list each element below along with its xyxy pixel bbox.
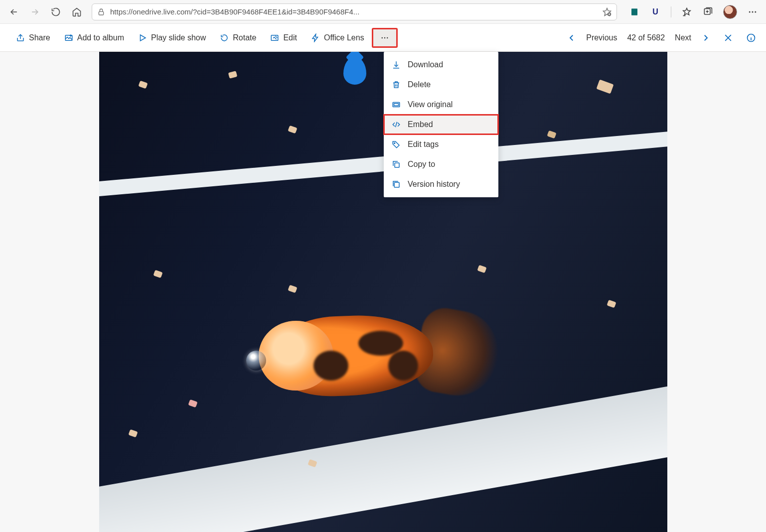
photo-counter: 42 of 5682 — [627, 33, 665, 42]
menu-view-original[interactable]: View original — [384, 95, 498, 115]
menu-download-label: Download — [408, 60, 443, 69]
svg-point-7 — [752, 11, 754, 12]
play-icon — [138, 33, 147, 42]
more-actions-menu: Download Delete View original Embed Edit… — [384, 52, 498, 197]
menu-view-original-label: View original — [408, 100, 453, 109]
onedrive-toolbar: Share Add to album Play slide show Rotat… — [0, 24, 766, 52]
menu-version-history[interactable]: Version history — [384, 174, 498, 194]
svg-rect-20 — [394, 182, 399, 187]
reader-icon[interactable] — [629, 6, 640, 17]
water-drop-icon — [343, 57, 366, 85]
play-slideshow-button[interactable]: Play slide show — [132, 30, 212, 45]
embed-icon — [392, 120, 401, 129]
menu-copy-to-label: Copy to — [408, 160, 435, 169]
menu-version-history-label: Version history — [408, 180, 460, 189]
edit-button[interactable]: Edit — [264, 30, 303, 45]
more-actions-button[interactable] — [372, 28, 397, 47]
tag-icon — [392, 140, 401, 149]
svg-point-8 — [755, 11, 756, 12]
svg-marker-10 — [140, 35, 146, 41]
collections-icon[interactable] — [702, 6, 713, 17]
back-button[interactable] — [8, 6, 20, 18]
next-chevron-icon[interactable] — [701, 33, 710, 42]
svg-point-13 — [384, 37, 385, 38]
browser-more-icon[interactable] — [747, 6, 758, 17]
share-label: Share — [29, 33, 50, 42]
svg-rect-17 — [394, 104, 399, 106]
menu-copy-to[interactable]: Copy to — [384, 154, 498, 174]
menu-embed-label: Embed — [408, 120, 433, 129]
photo-nav: Previous 42 of 5682 Next — [567, 33, 756, 43]
lock-icon — [97, 8, 105, 16]
rotate-label: Rotate — [233, 33, 256, 42]
menu-embed[interactable]: Embed — [384, 115, 498, 134]
extension-u-icon[interactable]: U — [650, 6, 661, 17]
browser-chrome: https://onedrive.live.com/?cid=3B4B90F94… — [0, 0, 766, 24]
previous-chevron-icon[interactable] — [567, 33, 576, 42]
office-lens-button[interactable]: Office Lens — [305, 30, 370, 45]
svg-point-18 — [394, 142, 395, 143]
office-lens-label: Office Lens — [324, 33, 364, 42]
menu-edit-tags-label: Edit tags — [408, 140, 439, 149]
copy-icon — [392, 160, 401, 169]
svg-rect-19 — [395, 163, 399, 167]
menu-delete[interactable]: Delete — [384, 75, 498, 95]
address-bar[interactable]: https://onedrive.live.com/?cid=3B4B90F94… — [92, 3, 617, 20]
url-text: https://onedrive.live.com/?cid=3B4B90F94… — [110, 7, 598, 16]
view-original-icon — [392, 100, 401, 109]
menu-delete-label: Delete — [408, 80, 431, 89]
svg-rect-0 — [99, 11, 103, 15]
menu-download[interactable]: Download — [384, 55, 498, 75]
more-icon — [380, 33, 389, 42]
photo-preview[interactable] — [99, 52, 667, 532]
browser-right-icons: U — [626, 5, 758, 19]
divider — [671, 6, 671, 17]
rotate-button[interactable]: Rotate — [214, 30, 262, 45]
add-favorite-icon[interactable] — [603, 7, 612, 16]
profile-avatar[interactable] — [723, 5, 737, 19]
svg-rect-3 — [631, 8, 637, 15]
next-button[interactable]: Next — [675, 33, 691, 42]
download-icon — [392, 60, 401, 69]
trash-icon — [392, 80, 401, 89]
play-slideshow-label: Play slide show — [151, 33, 206, 42]
svg-point-12 — [381, 37, 382, 38]
info-button[interactable] — [746, 33, 756, 43]
home-button[interactable] — [71, 6, 83, 18]
close-button[interactable] — [720, 33, 736, 43]
lightning-icon — [311, 33, 320, 42]
svg-point-14 — [387, 37, 388, 38]
share-button[interactable]: Share — [10, 30, 56, 45]
previous-button[interactable]: Previous — [586, 33, 617, 42]
add-to-album-button[interactable]: Add to album — [58, 30, 130, 45]
svg-marker-4 — [683, 8, 690, 14]
edit-label: Edit — [283, 33, 297, 42]
svg-point-6 — [749, 11, 751, 12]
album-icon — [64, 33, 73, 42]
edit-image-icon — [270, 33, 279, 42]
add-to-album-label: Add to album — [77, 33, 124, 42]
version-history-icon — [392, 180, 401, 189]
menu-edit-tags[interactable]: Edit tags — [384, 134, 498, 154]
share-icon — [16, 33, 25, 42]
rotate-icon — [220, 33, 229, 42]
forward-button — [29, 6, 41, 18]
refresh-button[interactable] — [50, 6, 62, 18]
viewer-content — [0, 52, 766, 532]
favorites-icon[interactable] — [681, 6, 692, 17]
